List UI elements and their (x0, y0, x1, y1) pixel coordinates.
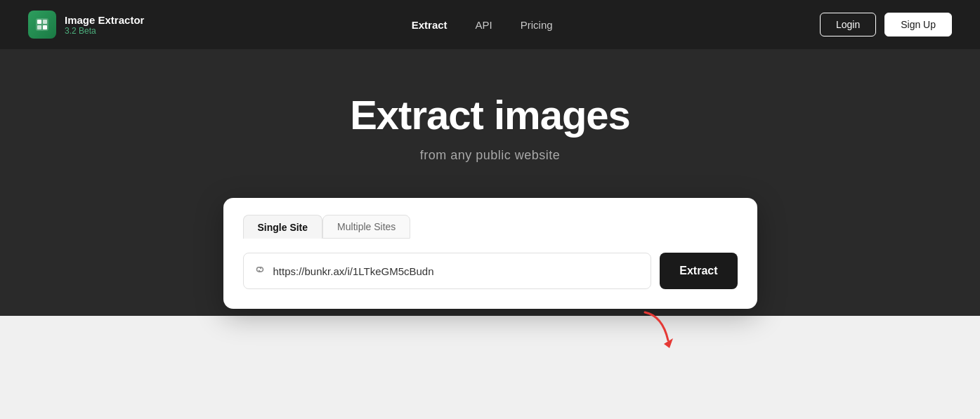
svg-rect-1 (37, 20, 41, 24)
bottom-section (0, 316, 980, 419)
svg-rect-3 (37, 25, 41, 29)
url-input-wrapper (243, 253, 652, 289)
header-actions: Login Sign Up (820, 13, 952, 36)
svg-rect-4 (43, 25, 47, 29)
input-row: Extract (243, 253, 738, 289)
nav-item-extract[interactable]: Extract (412, 19, 447, 31)
main-nav: Extract API Pricing (412, 19, 553, 31)
nav-item-api[interactable]: API (476, 19, 492, 31)
header: Image Extractor 3.2 Beta Extract API Pri… (0, 0, 980, 49)
logo-title: Image Extractor (65, 14, 144, 26)
hero-section: Extract images from any public website S… (0, 49, 980, 316)
extract-button[interactable]: Extract (660, 253, 737, 289)
logo[interactable]: Image Extractor 3.2 Beta (28, 11, 144, 39)
svg-rect-2 (43, 20, 47, 24)
logo-icon (28, 11, 56, 39)
tab-single-site[interactable]: Single Site (243, 215, 323, 239)
tab-group: Single Site Multiple Sites (243, 215, 738, 239)
extraction-card: Single Site Multiple Sites Extract (223, 198, 757, 309)
logo-text-area: Image Extractor 3.2 Beta (65, 14, 144, 36)
login-button[interactable]: Login (820, 13, 876, 36)
logo-subtitle: 3.2 Beta (65, 26, 144, 36)
signup-button[interactable]: Sign Up (884, 13, 952, 36)
tab-multiple-sites[interactable]: Multiple Sites (322, 215, 410, 239)
link-icon (254, 263, 266, 279)
url-input[interactable] (273, 265, 641, 277)
nav-item-pricing[interactable]: Pricing (521, 19, 553, 31)
page-wrapper: Image Extractor 3.2 Beta Extract API Pri… (0, 0, 980, 419)
hero-title: Extract images (350, 91, 630, 138)
hero-subtitle: from any public website (420, 148, 561, 163)
arrow-indicator (634, 309, 677, 351)
